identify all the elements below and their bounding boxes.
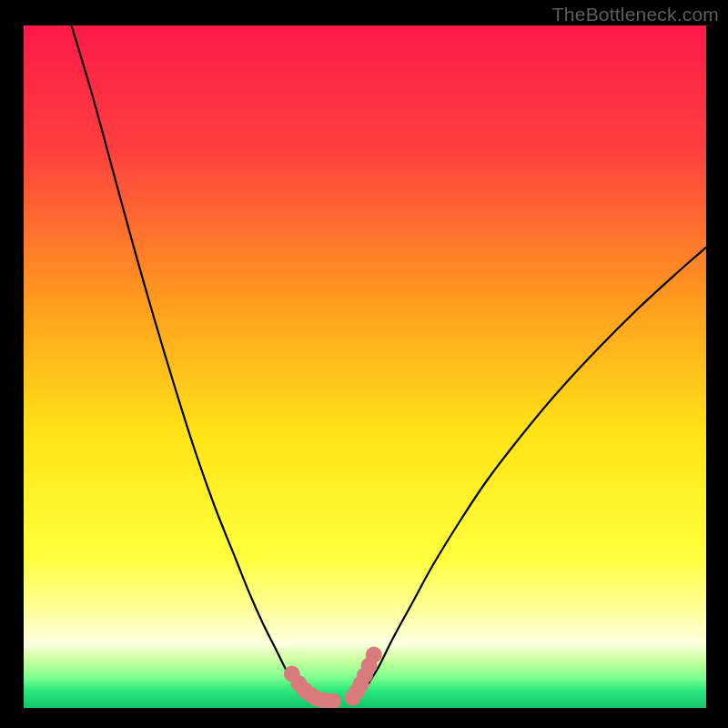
right-dot-trail-point bbox=[366, 647, 382, 663]
gradient-background bbox=[24, 25, 706, 708]
bottleneck-chart bbox=[24, 25, 706, 708]
chart-frame: TheBottleneck.com bbox=[0, 0, 728, 728]
watermark-text: TheBottleneck.com bbox=[552, 4, 719, 25]
chart-svg bbox=[24, 25, 706, 708]
